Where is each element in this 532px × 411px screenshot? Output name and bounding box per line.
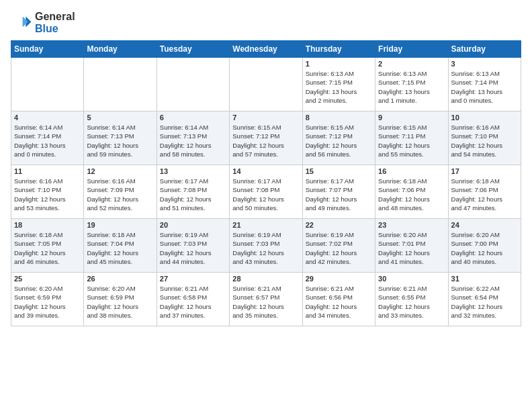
day-info: Sunrise: 6:21 AM Sunset: 6:56 PM Dayligh…: [306, 284, 372, 320]
day-number: 12: [87, 167, 153, 175]
day-info: Sunrise: 6:14 AM Sunset: 7:13 PM Dayligh…: [160, 123, 226, 158]
day-number: 30: [378, 275, 445, 283]
calendar-cell: 27Sunrise: 6:21 AM Sunset: 6:58 PM Dayli…: [157, 273, 229, 326]
day-number: 18: [14, 221, 81, 229]
day-info: Sunrise: 6:15 AM Sunset: 7:12 PM Dayligh…: [306, 123, 372, 158]
day-number: 2: [378, 60, 445, 68]
logo-text: General Blue: [35, 11, 75, 35]
day-number: 6: [160, 113, 226, 122]
day-info: Sunrise: 6:17 AM Sunset: 7:08 PM Dayligh…: [232, 177, 299, 212]
page-header: General Blue: [11, 11, 521, 35]
calendar-cell: 5Sunrise: 6:14 AM Sunset: 7:13 PM Daylig…: [84, 111, 157, 165]
day-info: Sunrise: 6:18 AM Sunset: 7:06 PM Dayligh…: [451, 177, 518, 212]
week-row-3: 11Sunrise: 6:16 AM Sunset: 7:10 PM Dayli…: [11, 165, 521, 219]
day-number: 1: [306, 60, 372, 68]
calendar-cell: 17Sunrise: 6:18 AM Sunset: 7:06 PM Dayli…: [448, 165, 521, 219]
day-number: 25: [14, 275, 81, 283]
calendar-cell: 4Sunrise: 6:14 AM Sunset: 7:14 PM Daylig…: [11, 111, 84, 165]
calendar-cell: [157, 58, 229, 111]
day-number: 26: [87, 275, 153, 283]
calendar-cell: 25Sunrise: 6:20 AM Sunset: 6:59 PM Dayli…: [11, 273, 84, 326]
day-number: 14: [232, 167, 299, 175]
day-info: Sunrise: 6:18 AM Sunset: 7:04 PM Dayligh…: [87, 230, 153, 266]
calendar-cell: [230, 58, 302, 111]
calendar-cell: 18Sunrise: 6:18 AM Sunset: 7:05 PM Dayli…: [11, 219, 84, 273]
day-number: 31: [451, 275, 518, 283]
day-number: 11: [14, 167, 81, 175]
day-number: 27: [160, 275, 226, 283]
day-number: 10: [451, 113, 518, 122]
header-row: SundayMondayTuesdayWednesdayThursdayFrid…: [11, 41, 521, 58]
day-number: 15: [306, 167, 372, 175]
calendar-cell: 21Sunrise: 6:19 AM Sunset: 7:03 PM Dayli…: [230, 219, 302, 273]
day-info: Sunrise: 6:13 AM Sunset: 7:15 PM Dayligh…: [306, 69, 372, 105]
calendar-cell: 16Sunrise: 6:18 AM Sunset: 7:06 PM Dayli…: [375, 165, 448, 219]
calendar-cell: 12Sunrise: 6:16 AM Sunset: 7:09 PM Dayli…: [84, 165, 157, 219]
day-info: Sunrise: 6:20 AM Sunset: 6:59 PM Dayligh…: [87, 284, 153, 320]
day-info: Sunrise: 6:19 AM Sunset: 7:03 PM Dayligh…: [160, 230, 226, 266]
day-number: 5: [87, 113, 153, 122]
day-info: Sunrise: 6:17 AM Sunset: 7:07 PM Dayligh…: [306, 177, 372, 212]
column-header-thursday: Thursday: [302, 41, 375, 58]
calendar-cell: 23Sunrise: 6:20 AM Sunset: 7:01 PM Dayli…: [375, 219, 448, 273]
calendar-cell: 29Sunrise: 6:21 AM Sunset: 6:56 PM Dayli…: [302, 273, 375, 326]
calendar-cell: [84, 58, 157, 111]
day-info: Sunrise: 6:16 AM Sunset: 7:10 PM Dayligh…: [451, 123, 518, 158]
day-info: Sunrise: 6:21 AM Sunset: 6:55 PM Dayligh…: [378, 284, 445, 320]
day-number: 23: [378, 221, 445, 229]
day-number: 16: [378, 167, 445, 175]
column-header-wednesday: Wednesday: [230, 41, 302, 58]
calendar-cell: 13Sunrise: 6:17 AM Sunset: 7:08 PM Dayli…: [157, 165, 229, 219]
day-info: Sunrise: 6:14 AM Sunset: 7:13 PM Dayligh…: [87, 123, 153, 158]
calendar-cell: 7Sunrise: 6:15 AM Sunset: 7:12 PM Daylig…: [230, 111, 302, 165]
day-info: Sunrise: 6:21 AM Sunset: 6:58 PM Dayligh…: [160, 284, 226, 320]
calendar-cell: 10Sunrise: 6:16 AM Sunset: 7:10 PM Dayli…: [448, 111, 521, 165]
day-number: 20: [160, 221, 226, 229]
calendar-cell: 28Sunrise: 6:21 AM Sunset: 6:57 PM Dayli…: [230, 273, 302, 326]
calendar-cell: 8Sunrise: 6:15 AM Sunset: 7:12 PM Daylig…: [302, 111, 375, 165]
calendar-cell: 31Sunrise: 6:22 AM Sunset: 6:54 PM Dayli…: [448, 273, 521, 326]
day-info: Sunrise: 6:15 AM Sunset: 7:12 PM Dayligh…: [232, 123, 299, 158]
calendar-cell: 1Sunrise: 6:13 AM Sunset: 7:15 PM Daylig…: [302, 58, 375, 111]
day-number: 7: [232, 113, 299, 122]
column-header-saturday: Saturday: [448, 41, 521, 58]
day-info: Sunrise: 6:18 AM Sunset: 7:06 PM Dayligh…: [378, 177, 445, 212]
day-info: Sunrise: 6:13 AM Sunset: 7:15 PM Dayligh…: [378, 69, 445, 105]
day-info: Sunrise: 6:21 AM Sunset: 6:57 PM Dayligh…: [232, 284, 299, 320]
calendar-cell: 15Sunrise: 6:17 AM Sunset: 7:07 PM Dayli…: [302, 165, 375, 219]
calendar-cell: 11Sunrise: 6:16 AM Sunset: 7:10 PM Dayli…: [11, 165, 84, 219]
calendar-cell: 19Sunrise: 6:18 AM Sunset: 7:04 PM Dayli…: [84, 219, 157, 273]
column-header-tuesday: Tuesday: [157, 41, 229, 58]
day-info: Sunrise: 6:13 AM Sunset: 7:14 PM Dayligh…: [451, 69, 518, 105]
calendar-cell: 30Sunrise: 6:21 AM Sunset: 6:55 PM Dayli…: [375, 273, 448, 326]
week-row-2: 4Sunrise: 6:14 AM Sunset: 7:14 PM Daylig…: [11, 111, 521, 165]
calendar-cell: 6Sunrise: 6:14 AM Sunset: 7:13 PM Daylig…: [157, 111, 229, 165]
column-header-friday: Friday: [375, 41, 448, 58]
day-number: 3: [451, 60, 518, 68]
day-number: 29: [306, 275, 372, 283]
day-number: 24: [451, 221, 518, 229]
day-info: Sunrise: 6:15 AM Sunset: 7:11 PM Dayligh…: [378, 123, 445, 158]
day-number: 28: [232, 275, 299, 283]
day-number: 21: [232, 221, 299, 229]
day-info: Sunrise: 6:18 AM Sunset: 7:05 PM Dayligh…: [14, 230, 81, 266]
week-row-4: 18Sunrise: 6:18 AM Sunset: 7:05 PM Dayli…: [11, 219, 521, 273]
day-number: 4: [14, 113, 81, 122]
calendar-cell: 2Sunrise: 6:13 AM Sunset: 7:15 PM Daylig…: [375, 58, 448, 111]
day-info: Sunrise: 6:20 AM Sunset: 7:00 PM Dayligh…: [451, 230, 518, 266]
calendar-cell: 20Sunrise: 6:19 AM Sunset: 7:03 PM Dayli…: [157, 219, 229, 273]
week-row-1: 1Sunrise: 6:13 AM Sunset: 7:15 PM Daylig…: [11, 58, 521, 111]
day-number: 13: [160, 167, 226, 175]
column-header-sunday: Sunday: [11, 41, 84, 58]
day-info: Sunrise: 6:17 AM Sunset: 7:08 PM Dayligh…: [160, 177, 226, 212]
week-row-5: 25Sunrise: 6:20 AM Sunset: 6:59 PM Dayli…: [11, 273, 521, 326]
day-number: 19: [87, 221, 153, 229]
day-number: 22: [306, 221, 372, 229]
calendar-cell: 3Sunrise: 6:13 AM Sunset: 7:14 PM Daylig…: [448, 58, 521, 111]
logo-icon: [11, 12, 32, 34]
logo: General Blue: [11, 11, 75, 35]
calendar-cell: 26Sunrise: 6:20 AM Sunset: 6:59 PM Dayli…: [84, 273, 157, 326]
day-info: Sunrise: 6:16 AM Sunset: 7:10 PM Dayligh…: [14, 177, 81, 212]
calendar-cell: 9Sunrise: 6:15 AM Sunset: 7:11 PM Daylig…: [375, 111, 448, 165]
day-number: 17: [451, 167, 518, 175]
